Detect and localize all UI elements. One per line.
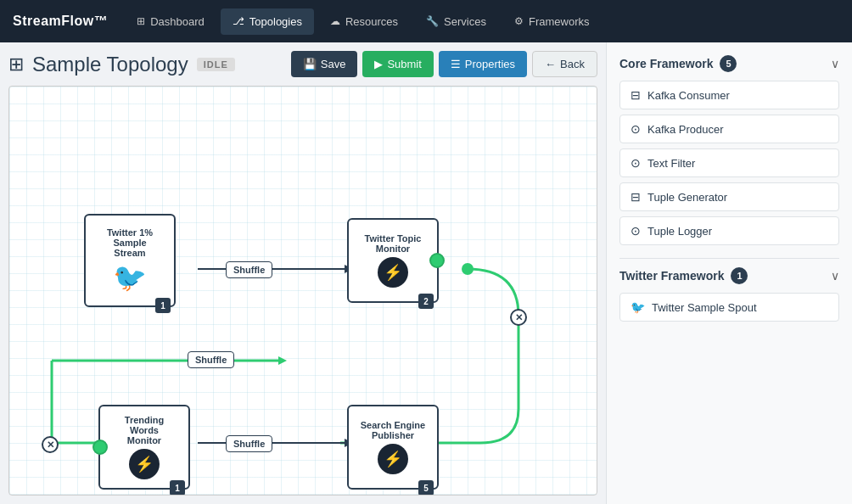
bolt-icon-3: ⚡ <box>378 444 408 474</box>
core-count-badge: 5 <box>720 55 737 72</box>
nav-dashboard[interactable]: ⊞ Dashboard <box>125 8 216 35</box>
title-actions: 💾 Save ▶ Submit ☰ Properties ← Back <box>291 51 597 77</box>
x-connector-top[interactable]: ✕ <box>510 309 527 326</box>
x-connector-left[interactable]: ✕ <box>42 436 59 453</box>
trending-monitor-node[interactable]: TrendingWordsMonitor ⚡ 1 <box>98 405 190 490</box>
navbar: StreamFlow™ ⊞ Dashboard ⎇ Topologies ☁ R… <box>0 0 852 42</box>
nav-services[interactable]: 🔧 Services <box>414 8 498 35</box>
submit-icon: ▶ <box>374 58 383 70</box>
kafka-consumer-icon: ⊟ <box>631 88 641 102</box>
properties-button[interactable]: ☰ Properties <box>439 51 527 77</box>
core-chevron-icon: ∨ <box>831 57 839 70</box>
shuffle-label-1: Shuffle <box>226 261 272 278</box>
search-publisher-label: Search EnginePublisher <box>361 420 425 440</box>
save-icon: 💾 <box>303 58 317 70</box>
save-button[interactable]: 💾 Save <box>291 51 358 77</box>
topic-monitor-label: Twitter TopicMonitor <box>365 233 422 254</box>
svg-marker-5 <box>278 356 287 365</box>
component-tuple-generator[interactable]: ⊟ Tuple Generator <box>619 182 839 211</box>
shuffle-label-3: Shuffle <box>226 435 272 452</box>
component-text-filter[interactable]: ⊙ Text Filter <box>619 148 839 177</box>
brand-logo: StreamFlow™ <box>13 14 108 29</box>
component-kafka-consumer[interactable]: ⊟ Kafka Consumer <box>619 81 839 109</box>
port-badge-5: 5 <box>418 480 434 496</box>
core-framework-title: Core Framework 5 <box>619 55 737 72</box>
search-publisher-node[interactable]: Search EnginePublisher ⚡ 5 <box>347 405 439 490</box>
svg-point-3 <box>462 263 474 275</box>
main-area: ⊞ Sample Topology IDLE 💾 Save ▶ Submit ☰… <box>0 42 852 504</box>
component-twitter-spout[interactable]: 🐦 Twitter Sample Spout <box>619 293 839 322</box>
title-bar: ⊞ Sample Topology IDLE 💾 Save ▶ Submit ☰… <box>8 51 597 77</box>
canvas-section: ⊞ Sample Topology IDLE 💾 Save ▶ Submit ☰… <box>0 42 606 504</box>
core-framework-section: Core Framework 5 ∨ ⊟ Kafka Consumer ⊙ Ka… <box>619 55 839 245</box>
resources-icon: ☁ <box>330 15 340 27</box>
twitter-stream-node[interactable]: Twitter 1%SampleStream 🐦 1 <box>84 214 176 307</box>
tuple-logger-icon: ⊙ <box>631 224 641 238</box>
twitter-stream-label: Twitter 1%SampleStream <box>107 227 153 258</box>
status-badge: IDLE <box>197 58 235 71</box>
tuple-generator-icon: ⊟ <box>631 190 641 204</box>
nav-resources[interactable]: ☁ Resources <box>318 8 410 35</box>
input-connector-1 <box>92 440 108 455</box>
bolt-icon-1: ⚡ <box>378 257 408 288</box>
bolt-icon-2: ⚡ <box>129 449 160 479</box>
services-icon: 🔧 <box>426 15 439 27</box>
component-tuple-logger[interactable]: ⊙ Tuple Logger <box>619 216 839 245</box>
twitter-spout-icon: 🐦 <box>631 300 645 314</box>
twitter-icon: 🐦 <box>113 261 147 294</box>
twitter-framework-section: Twitter Framework 1 ∨ 🐦 Twitter Sample S… <box>619 267 839 322</box>
frameworks-icon: ⚙ <box>514 15 524 27</box>
page-title: Sample Topology <box>32 53 188 76</box>
core-framework-header[interactable]: Core Framework 5 ∨ <box>619 55 839 72</box>
port-badge-2: 2 <box>418 294 434 309</box>
properties-icon: ☰ <box>451 58 461 70</box>
kafka-producer-icon: ⊙ <box>631 122 641 136</box>
port-badge-1: 1 <box>155 298 171 313</box>
topology-icon: ⊞ <box>8 53 24 76</box>
dashboard-icon: ⊞ <box>137 15 145 27</box>
twitter-chevron-icon: ∨ <box>831 269 839 283</box>
topology-canvas[interactable]: Twitter 1%SampleStream 🐦 1 Twitter Topic… <box>8 86 597 496</box>
back-button[interactable]: ← Back <box>532 51 597 77</box>
shuffle-label-2: Shuffle <box>188 351 234 368</box>
text-filter-icon: ⊙ <box>631 156 641 170</box>
panel-divider <box>619 258 839 259</box>
output-connector-1 <box>429 253 445 268</box>
right-panel: Core Framework 5 ∨ ⊟ Kafka Consumer ⊙ Ka… <box>606 42 852 504</box>
twitter-count-badge: 1 <box>731 267 748 284</box>
component-kafka-producer[interactable]: ⊙ Kafka Producer <box>619 115 839 143</box>
back-icon: ← <box>545 58 556 70</box>
trending-monitor-label: TrendingWordsMonitor <box>125 415 164 445</box>
nav-frameworks[interactable]: ⚙ Frameworks <box>502 8 602 35</box>
twitter-framework-title: Twitter Framework 1 <box>619 267 748 284</box>
topic-monitor-node[interactable]: Twitter TopicMonitor ⚡ 2 <box>347 218 439 303</box>
topologies-icon: ⎇ <box>233 15 244 27</box>
nav-topologies[interactable]: ⎇ Topologies <box>221 8 314 35</box>
submit-button[interactable]: ▶ Submit <box>362 51 433 77</box>
port-badge-3: 1 <box>170 480 185 496</box>
twitter-framework-header[interactable]: Twitter Framework 1 ∨ <box>619 267 839 284</box>
